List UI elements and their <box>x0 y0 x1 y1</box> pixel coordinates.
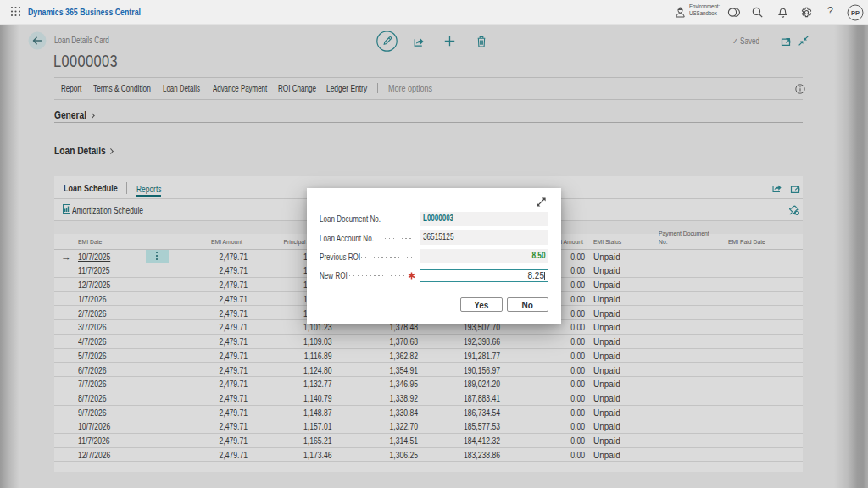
svg-text:PP: PP <box>851 9 860 17</box>
